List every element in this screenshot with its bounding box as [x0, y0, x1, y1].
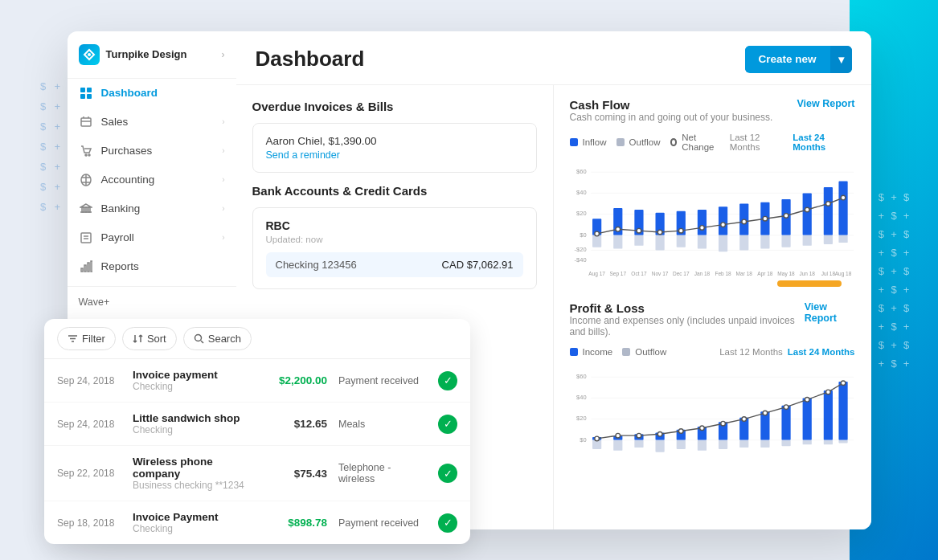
- bank-section-title: Bank Accounts & Credit Cards: [252, 184, 537, 198]
- svg-text:Dec 17: Dec 17: [672, 271, 689, 276]
- sidebar-item-banking[interactable]: Banking ›: [68, 194, 236, 223]
- svg-line-139: [201, 341, 203, 343]
- send-reminder-link[interactable]: Send a reminder: [266, 149, 523, 161]
- pl-period-12m[interactable]: Last 12 Months: [719, 347, 783, 357]
- invoice-name: Aaron Chiel, $1,390.00: [266, 135, 523, 147]
- svg-rect-106: [802, 398, 811, 439]
- svg-rect-42: [718, 206, 727, 235]
- trans-name: Little sandwich shop: [133, 412, 256, 424]
- trans-sub: Checking: [133, 424, 256, 435]
- trans-date: Sep 22, 2018: [57, 468, 121, 479]
- svg-rect-14: [88, 207, 90, 212]
- svg-point-10: [88, 154, 90, 156]
- svg-text:Jun 18: Jun 18: [799, 271, 815, 276]
- sidebar-item-dashboard[interactable]: Dashboard: [68, 79, 236, 108]
- svg-rect-3: [80, 94, 85, 99]
- purchases-label: Purchases: [101, 145, 153, 157]
- svg-point-132: [805, 397, 809, 402]
- sales-label: Sales: [101, 116, 129, 128]
- trans-name: Invoice Payment: [133, 511, 256, 523]
- transactions-toolbar: Filter Sort Search: [44, 319, 470, 359]
- svg-rect-109: [592, 439, 601, 448]
- company-name: Turnpike Design: [106, 48, 187, 60]
- accounting-icon: [79, 173, 93, 187]
- sidebar-item-accounting[interactable]: Accounting ›: [68, 166, 236, 194]
- svg-rect-113: [676, 439, 685, 448]
- svg-rect-110: [613, 439, 622, 450]
- svg-rect-1: [80, 88, 85, 92]
- svg-text:Apr 18: Apr 18: [757, 271, 773, 277]
- svg-point-68: [720, 222, 725, 227]
- svg-point-9: [85, 154, 87, 156]
- sidebar-link-wave[interactable]: Wave+: [68, 292, 236, 313]
- svg-rect-16: [81, 233, 91, 243]
- profit-loss-section: Profit & Loss Income and expenses only (…: [570, 301, 855, 490]
- svg-text:Jan 18: Jan 18: [694, 271, 710, 276]
- sort-button[interactable]: Sort: [122, 327, 177, 350]
- svg-text:May 18: May 18: [777, 271, 795, 277]
- purchases-chevron-icon: ›: [222, 146, 224, 155]
- trans-name: Wireless phone company: [133, 456, 256, 480]
- bank-account-number: Checking 123456: [276, 259, 357, 271]
- profit-loss-legend: Income Outflow Last 12 Months Last 24 Mo…: [570, 347, 855, 357]
- outflow-dot: [616, 138, 625, 146]
- create-new-button[interactable]: Create new ▾: [745, 46, 851, 73]
- profit-loss-header: Profit & Loss Income and expenses only (…: [570, 301, 855, 344]
- svg-text:$0: $0: [580, 231, 586, 238]
- trans-description: Wireless phone company Business checking…: [133, 456, 256, 491]
- search-button[interactable]: Search: [183, 327, 252, 350]
- svg-rect-120: [823, 439, 832, 444]
- svg-point-65: [657, 230, 662, 235]
- period-12m[interactable]: Last 12 Months: [730, 133, 788, 152]
- pl-period-selector: Last 12 Months Last 24 Months: [719, 347, 854, 357]
- legend-pl-outflow: Outflow: [622, 347, 666, 357]
- sales-icon: [79, 115, 93, 129]
- trans-date: Sep 18, 2018: [57, 517, 121, 529]
- banking-label: Banking: [101, 202, 141, 215]
- legend-inflow: Inflow: [570, 137, 607, 147]
- svg-point-129: [741, 416, 746, 421]
- sidebar-logo[interactable]: Turnpike Design: [79, 44, 187, 65]
- svg-point-122: [594, 436, 599, 441]
- svg-text:Jul 18: Jul 18: [821, 271, 835, 276]
- svg-rect-22: [91, 261, 92, 272]
- cashflow-view-report[interactable]: View Report: [797, 98, 854, 109]
- svg-rect-61: [838, 235, 847, 242]
- transactions-panel: Filter Sort Search Sep 24, 2018 Invoice …: [44, 319, 470, 544]
- invoice-card: Aaron Chiel, $1,390.00 Send a reminder: [252, 123, 537, 173]
- bank-account-row[interactable]: Checking 123456 CAD $7,062.91: [266, 252, 523, 277]
- svg-point-71: [784, 213, 788, 218]
- profit-loss-view-report[interactable]: View Report: [805, 301, 855, 324]
- sidebar-item-sales[interactable]: Sales ›: [68, 108, 236, 137]
- sidebar-item-payroll[interactable]: Payroll ›: [68, 223, 236, 252]
- svg-rect-118: [781, 439, 790, 445]
- svg-point-73: [825, 201, 830, 206]
- legend-income: Income: [570, 347, 613, 357]
- pl-period-24m[interactable]: Last 24 Months: [788, 347, 855, 357]
- svg-text:Nov 17: Nov 17: [651, 271, 668, 276]
- svg-point-127: [699, 426, 704, 431]
- cashflow-header: Cash Flow Cash coming in and going out o…: [570, 98, 855, 129]
- svg-rect-50: [613, 235, 622, 248]
- trans-description: Invoice payment Checking: [133, 369, 256, 392]
- payroll-label: Payroll: [101, 231, 134, 243]
- create-new-dropdown-icon[interactable]: ▾: [830, 46, 852, 73]
- trans-category: Meals: [338, 419, 427, 430]
- svg-point-124: [637, 433, 641, 438]
- filter-button[interactable]: Filter: [57, 327, 116, 350]
- svg-text:Feb 18: Feb 18: [715, 271, 731, 276]
- svg-point-128: [720, 421, 725, 426]
- svg-point-69: [741, 219, 746, 224]
- sidebar-header: Turnpike Design ›: [68, 31, 236, 79]
- sidebar-item-purchases[interactable]: Purchases ›: [68, 137, 236, 166]
- svg-text:$40: $40: [576, 394, 586, 401]
- sidebar-item-reports[interactable]: Reports: [68, 252, 236, 281]
- chart-period-selector: Last 12 Months Last 24 Months: [730, 133, 855, 152]
- payroll-icon: [79, 231, 93, 245]
- svg-rect-116: [739, 439, 748, 447]
- trans-check-icon: ✓: [438, 415, 457, 434]
- trans-category: Payment received: [338, 517, 427, 529]
- period-24m[interactable]: Last 24 Months: [793, 133, 854, 152]
- cashflow-svg: $60 $40 $20 $0 -$20 -$40: [570, 157, 855, 285]
- bg-right-symbols: $+$ +$+ $+$ +$+ $+$ +$+ $+$ +$+ $+$ +$+: [879, 191, 910, 370]
